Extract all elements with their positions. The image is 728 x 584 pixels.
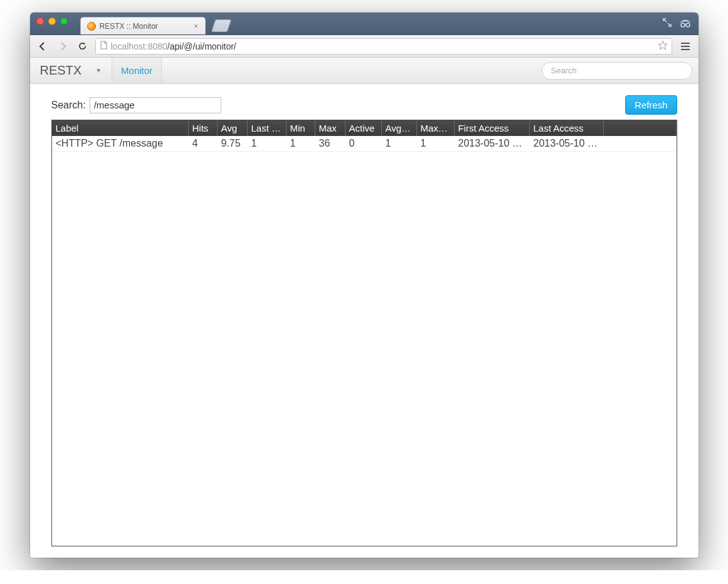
table-row[interactable]: <HTTP> GET /message 4 9.75 1 1 36 0 1 1 …: [52, 136, 677, 152]
url-text: localhost:8080/api/@/ui/monitor/: [111, 41, 236, 51]
minimize-window-button[interactable]: [48, 18, 56, 25]
col-spacer: [604, 120, 677, 136]
zoom-window-button[interactable]: [60, 18, 68, 25]
app-search-input[interactable]: [542, 62, 692, 80]
hamburger-menu-icon[interactable]: [677, 39, 694, 54]
cell-label: <HTTP> GET /message: [52, 136, 189, 151]
cell-active: 0: [346, 136, 382, 151]
col-last-access[interactable]: Last Access: [530, 120, 604, 136]
cell-avg: 9.75: [218, 136, 248, 151]
fullscreen-icon[interactable]: [662, 18, 672, 28]
cell-min: 1: [287, 136, 315, 151]
cell-max2: 1: [417, 136, 455, 151]
browser-window: RESTX :: Monitor ×: [30, 13, 699, 558]
content-area: Search: Refresh Label Hits Avg Last … Mi…: [30, 84, 699, 558]
window-controls: [36, 18, 68, 25]
cell-max: 36: [315, 136, 346, 151]
new-tab-button[interactable]: [211, 19, 231, 32]
close-tab-icon[interactable]: ×: [194, 21, 199, 31]
close-window-button[interactable]: [36, 18, 44, 25]
favicon-icon: [87, 22, 96, 31]
col-last[interactable]: Last …: [248, 120, 287, 136]
forward-button[interactable]: [55, 39, 70, 54]
svg-point-0: [681, 23, 685, 27]
col-first-access[interactable]: First Access: [455, 120, 530, 136]
filter-input[interactable]: [90, 97, 221, 113]
cell-spacer: [604, 136, 677, 151]
cell-avg2: 1: [382, 136, 417, 151]
col-avg2[interactable]: Avg …: [382, 120, 417, 136]
bookmark-star-icon[interactable]: [658, 40, 668, 52]
col-active[interactable]: Active: [346, 120, 382, 136]
url-input[interactable]: localhost:8080/api/@/ui/monitor/: [95, 38, 672, 55]
svg-point-1: [686, 23, 690, 27]
cell-last-access: 2013-05-10 1…: [530, 136, 604, 151]
col-max[interactable]: Max: [315, 120, 346, 136]
address-bar: localhost:8080/api/@/ui/monitor/: [30, 35, 699, 58]
reload-button[interactable]: [75, 39, 90, 54]
search-label: Search:: [51, 100, 86, 111]
browser-tab[interactable]: RESTX :: Monitor ×: [80, 17, 206, 34]
refresh-button[interactable]: Refresh: [625, 95, 677, 115]
col-min[interactable]: Min: [287, 120, 315, 136]
table-body: <HTTP> GET /message 4 9.75 1 1 36 0 1 1 …: [52, 136, 677, 546]
cell-last: 1: [248, 136, 287, 151]
tab-monitor[interactable]: Monitor: [112, 58, 162, 83]
cell-hits: 4: [189, 136, 218, 151]
table-header: Label Hits Avg Last … Min Max Active Avg…: [52, 120, 677, 136]
filter-toolbar: Search: Refresh: [51, 95, 677, 115]
back-button[interactable]: [35, 39, 50, 54]
tab-monitor-label: Monitor: [121, 65, 152, 76]
tab-title: RESTX :: Monitor: [100, 22, 158, 31]
col-max2[interactable]: Max …: [417, 120, 455, 136]
monitor-table: Label Hits Avg Last … Min Max Active Avg…: [51, 120, 677, 546]
titlebar: RESTX :: Monitor ×: [30, 13, 699, 35]
page-icon: [100, 41, 107, 51]
col-avg[interactable]: Avg: [218, 120, 248, 136]
col-hits[interactable]: Hits: [189, 120, 218, 136]
col-label[interactable]: Label: [52, 120, 189, 136]
incognito-icon: [678, 16, 692, 29]
cell-first-access: 2013-05-10 1…: [455, 136, 530, 151]
brand-dropdown-icon[interactable]: ▼: [92, 67, 105, 74]
brand-label: RESTX: [36, 63, 86, 78]
app-navbar: RESTX ▼ Monitor: [30, 58, 699, 84]
